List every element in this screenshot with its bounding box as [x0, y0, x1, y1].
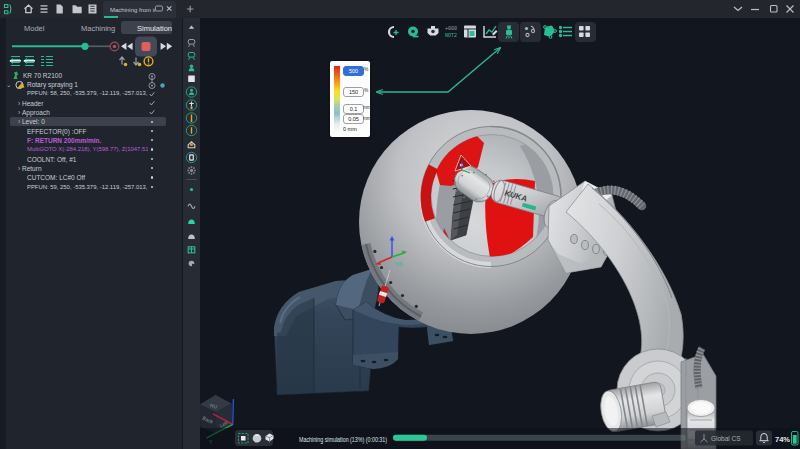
svg-text:74%: 74% — [775, 435, 790, 444]
svg-text:Global CS: Global CS — [711, 435, 741, 442]
svg-text:NOT2: NOT2 — [445, 33, 457, 39]
svg-text:NS: NS — [395, 261, 403, 267]
svg-text:Machining simulation (13%) (0:: Machining simulation (13%) (0:00:31) — [299, 436, 387, 444]
svg-text:+000: +000 — [445, 26, 457, 32]
